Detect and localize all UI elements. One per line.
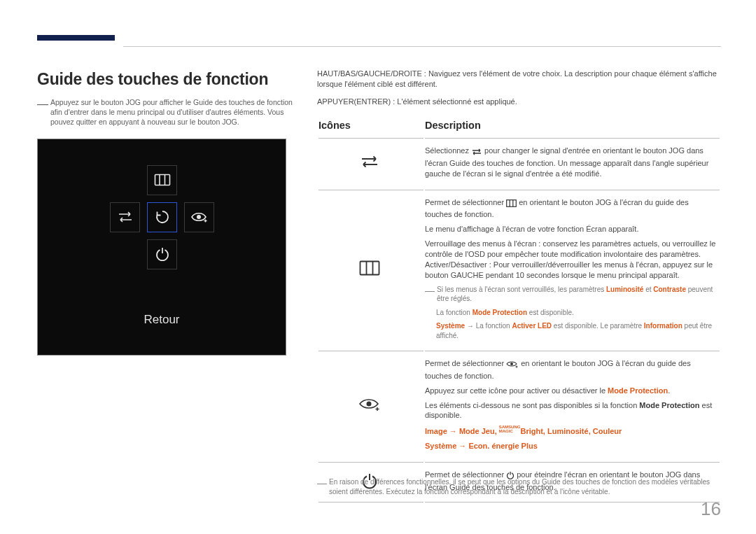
- panel-source-button: [110, 202, 140, 232]
- eye-plus-icon: [358, 398, 381, 412]
- footnote: ― En raison de différences fonctionnelle…: [317, 477, 721, 496]
- function-key-panel: Retour: [37, 139, 286, 356]
- intro-enter-text: APPUYER(ENTRER) : L'élément sélectionné …: [317, 97, 721, 107]
- page-number: 16: [701, 497, 721, 521]
- row2-icon-cell: [318, 190, 424, 349]
- subnote: La fonction Mode Protection est disponib…: [425, 308, 717, 318]
- row1-icon-cell: [318, 138, 424, 188]
- subnote: Système → La fonction Activer LED est di…: [425, 321, 717, 340]
- page-title: Guide des touches de fonction: [37, 69, 303, 90]
- source-icon: [117, 210, 134, 224]
- menu-icon: [506, 199, 517, 210]
- source-icon: [360, 155, 379, 169]
- header-accent: [37, 35, 115, 41]
- intro-note: ― Appuyez sur le bouton JOG pour affiche…: [37, 97, 303, 127]
- menu-icon: [359, 260, 380, 276]
- panel-eye-saver-button: [184, 202, 214, 232]
- em-dash-icon: ―: [317, 477, 329, 496]
- intro-nav-text: HAUT/BAS/GAUCHE/DROITE : Naviguez vers l…: [317, 69, 721, 90]
- row3-icon-cell: [318, 351, 424, 461]
- em-dash-icon: ―: [37, 97, 50, 127]
- eye-plus-icon: [190, 211, 209, 223]
- th-description: Description: [425, 115, 720, 137]
- table-row: Sélectionnez pour changer le signal d'en…: [318, 138, 720, 188]
- svg-rect-5: [360, 262, 379, 275]
- header-divider: [123, 46, 721, 47]
- table-row: Permet de sélectionner en orientant le b…: [318, 351, 720, 461]
- panel-power-button: [147, 239, 177, 269]
- eye-plus-icon: [506, 360, 519, 371]
- power-icon: [155, 246, 170, 262]
- svg-rect-0: [155, 175, 169, 185]
- em-dash-icon: ―: [425, 285, 437, 304]
- svg-point-3: [197, 215, 201, 219]
- footnote-text: En raison de différences fonctionnelles,…: [329, 477, 721, 496]
- table-row: Permet de sélectionner en orientant le b…: [318, 190, 720, 349]
- row1-desc: Sélectionnez pour changer le signal d'en…: [425, 138, 720, 188]
- svg-rect-8: [507, 199, 517, 206]
- row3-desc: Permet de sélectionner en orientant le b…: [425, 351, 720, 461]
- samsung-magic-badge: SAMSUNGMAGIC: [499, 425, 521, 433]
- subnote: ― Si les menus à l'écran sont verrouillé…: [425, 285, 717, 304]
- th-icons: Icônes: [318, 115, 424, 137]
- row2-desc: Permet de sélectionner en orientant le b…: [425, 190, 720, 349]
- left-column: Guide des touches de fonction ― Appuyez …: [37, 69, 303, 356]
- source-icon: [471, 148, 482, 158]
- return-icon: [155, 209, 170, 225]
- panel-return-button: [147, 202, 177, 232]
- menu-icon: [154, 174, 171, 186]
- panel-retour-label: Retour: [38, 312, 286, 328]
- svg-point-11: [367, 401, 372, 406]
- table-header-row: Icônes Description: [318, 115, 720, 137]
- icon-description-table: Icônes Description Sélectionnez pour cha…: [317, 114, 721, 504]
- intro-block: HAUT/BAS/GAUCHE/DROITE : Naviguez vers l…: [317, 69, 721, 107]
- intro-note-text: Appuyez sur le bouton JOG pour afficher …: [50, 97, 303, 127]
- panel-menu-button: [147, 165, 177, 195]
- right-column: HAUT/BAS/GAUCHE/DROITE : Naviguez vers l…: [317, 69, 721, 504]
- svg-point-12: [510, 363, 513, 365]
